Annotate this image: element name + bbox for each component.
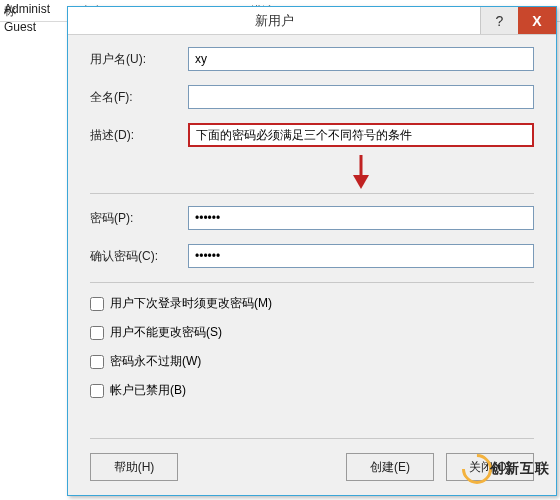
password-field[interactable] xyxy=(188,206,534,230)
account-disabled-label: 帐户已禁用(B) xyxy=(110,382,186,399)
confirm-password-label: 确认密码(C): xyxy=(90,248,188,265)
fullname-label: 全名(F): xyxy=(90,89,188,106)
never-expires-label: 密码永不过期(W) xyxy=(110,353,201,370)
confirm-password-field[interactable] xyxy=(188,244,534,268)
new-user-dialog: 新用户 ? X 用户名(U): 全名(F): 描述(D): xyxy=(67,6,557,496)
list-item[interactable]: Guest xyxy=(0,18,70,36)
must-change-password-checkbox[interactable] xyxy=(90,297,104,311)
description-field[interactable] xyxy=(188,123,534,147)
dialog-title: 新用户 xyxy=(68,7,480,34)
divider xyxy=(90,193,534,194)
cannot-change-password-checkbox[interactable] xyxy=(90,326,104,340)
account-disabled-checkbox[interactable] xyxy=(90,384,104,398)
help-button[interactable]: 帮助(H) xyxy=(90,453,178,481)
titlebar-close-button[interactable]: X xyxy=(518,7,556,34)
dialog-footer: 帮助(H) 创建(E) 关闭(O) xyxy=(90,438,534,481)
user-list: Administ Guest xyxy=(0,0,70,36)
titlebar-help-button[interactable]: ? xyxy=(480,7,518,34)
svg-marker-1 xyxy=(353,175,369,189)
never-expires-checkbox[interactable] xyxy=(90,355,104,369)
divider xyxy=(90,282,534,283)
cannot-change-password-label: 用户不能更改密码(S) xyxy=(110,324,222,341)
create-button[interactable]: 创建(E) xyxy=(346,453,434,481)
close-button[interactable]: 关闭(O) xyxy=(446,453,534,481)
description-label: 描述(D): xyxy=(90,127,188,144)
annotation-arrow xyxy=(188,155,534,189)
username-field[interactable] xyxy=(188,47,534,71)
titlebar: 新用户 ? X xyxy=(68,7,556,35)
username-label: 用户名(U): xyxy=(90,51,188,68)
list-item[interactable]: Administ xyxy=(0,0,70,18)
fullname-field[interactable] xyxy=(188,85,534,109)
password-label: 密码(P): xyxy=(90,210,188,227)
must-change-password-label: 用户下次登录时须更改密码(M) xyxy=(110,295,272,312)
